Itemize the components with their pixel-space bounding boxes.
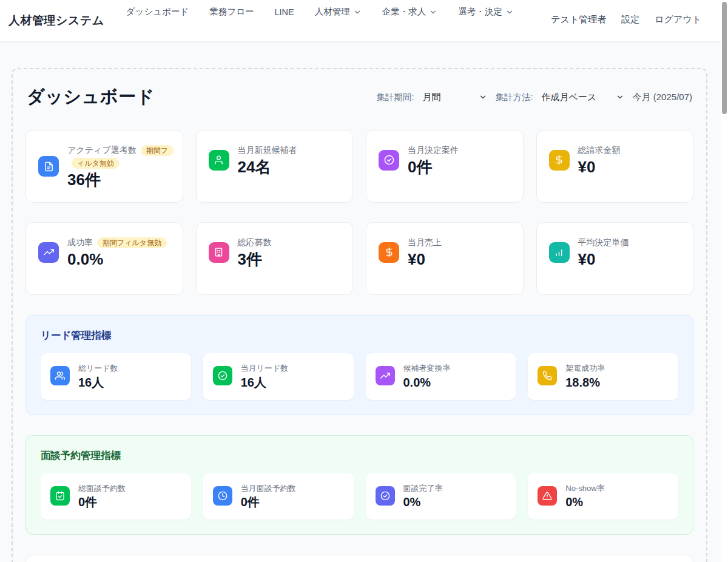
bar-chart-icon xyxy=(554,247,564,257)
stat-label: 架電成功率 xyxy=(565,362,605,374)
users-icon-box xyxy=(50,366,70,385)
alert-triangle-icon-box xyxy=(538,486,557,506)
stat-label: No-show率 xyxy=(565,482,604,495)
trending-up-icon-box xyxy=(376,366,395,385)
trending-up-icon xyxy=(44,247,54,257)
trending-up-icon-box xyxy=(38,242,59,263)
building-icon xyxy=(214,247,224,257)
stat-value: 36件 xyxy=(67,171,170,189)
scrollbar-thumb[interactable] xyxy=(722,2,727,114)
chevron-down-icon xyxy=(505,8,514,16)
page-title: ダッシュボード xyxy=(27,85,155,109)
stat-card: 総応募数3件 xyxy=(196,222,354,295)
stat-value: 16人 xyxy=(78,376,118,390)
stat-label: 総面談予約数 xyxy=(78,482,126,495)
phone-icon xyxy=(542,371,552,381)
interview-metrics-grid: 総面談予約数0件当月面談予約数0件面談完了率0%No-show率0% xyxy=(41,473,678,520)
stat-label: 当月リード数 xyxy=(241,362,289,374)
chevron-down-icon xyxy=(353,8,362,16)
logout-link[interactable]: ログアウト xyxy=(655,14,701,25)
check-circle-icon-box xyxy=(376,486,395,506)
nav-item-4[interactable]: 人材管理 xyxy=(315,6,362,18)
interview-section-title: 面談予約管理指標 xyxy=(41,449,678,462)
stat-value: 0.0% xyxy=(67,251,167,269)
clock-icon-box xyxy=(213,486,232,506)
app-logo[interactable]: 人材管理システム xyxy=(8,13,104,29)
stat-card: 当月新規候補者24名 xyxy=(196,130,354,203)
user-icon-box xyxy=(209,150,229,171)
nav-item-label: 選考・決定 xyxy=(458,6,502,18)
stat-value: 3件 xyxy=(238,251,272,269)
nav-item-label: ダッシュボード xyxy=(126,6,189,18)
alert-triangle-icon xyxy=(542,491,552,501)
interview-metrics-section: 面談予約管理指標 総面談予約数0件当月面談予約数0件面談完了率0%No-show… xyxy=(25,435,693,535)
method-filter-label: 集計方法: xyxy=(496,92,533,103)
stat-label: 当月決定案件 xyxy=(408,144,459,157)
nav-item-2[interactable]: 業務フロー xyxy=(209,6,254,18)
stat-card: 架電成功率18.8% xyxy=(528,353,678,400)
header-right: テスト管理者 設定 ログアウト xyxy=(551,14,701,25)
stat-value: 18.8% xyxy=(565,376,605,390)
period-select-value: 月間 xyxy=(423,92,441,103)
lead-metrics-grid: 総リード数16人当月リード数16人候補者変換率0.0%架電成功率18.8% xyxy=(41,353,678,400)
phone-icon-box xyxy=(538,366,557,385)
stat-card: 候補者変換率0.0% xyxy=(366,353,516,400)
stat-card: 総面談予約数0件 xyxy=(41,473,191,520)
stat-value: ¥0 xyxy=(578,158,621,177)
settings-link[interactable]: 設定 xyxy=(621,14,639,25)
period-select[interactable]: 月間 xyxy=(423,92,487,103)
user-icon xyxy=(214,155,224,165)
stat-value: 0件 xyxy=(241,495,296,509)
check-circle-icon xyxy=(384,155,394,165)
method-select-value: 作成月ベース xyxy=(542,92,597,103)
clock-icon xyxy=(218,491,228,501)
dashboard-filters: 集計期間: 月間 集計方法: 作成月ベース 今月 (2025/07) xyxy=(377,92,692,103)
building-icon-box xyxy=(209,242,229,263)
dollar-icon xyxy=(554,155,564,165)
nav-item-5[interactable]: 企業・求人 xyxy=(382,6,438,18)
nav-item-1[interactable]: ダッシュボード xyxy=(126,6,189,18)
stat-value: 0% xyxy=(403,495,443,509)
stat-label: 総請求金額 xyxy=(578,144,621,157)
lead-metrics-section: リード管理指標 総リード数16人当月リード数16人候補者変換率0.0%架電成功率… xyxy=(25,315,693,415)
nav-item-label: 企業・求人 xyxy=(382,6,426,18)
dollar-icon-box xyxy=(379,242,399,263)
stat-card: 平均決定単価¥0 xyxy=(536,222,694,295)
app-header: 人材管理システム ダッシュボード業務フローLINE人材管理企業・求人選考・決定 … xyxy=(0,0,728,41)
chevron-down-icon xyxy=(479,93,487,101)
check-circle-icon xyxy=(218,371,228,381)
next-section-card xyxy=(25,555,693,562)
current-user-name: テスト管理者 xyxy=(551,14,606,25)
stat-label: 平均決定単価 xyxy=(578,236,629,249)
check-circle-icon xyxy=(380,491,390,501)
stat-label: 当月売上 xyxy=(408,236,442,249)
dashboard-title-row: ダッシュボード 集計期間: 月間 集計方法: 作成月ベース 今月 (2025/0… xyxy=(25,85,693,109)
stat-card: 総請求金額¥0 xyxy=(536,130,694,203)
stat-value: ¥0 xyxy=(408,251,442,269)
stat-value: 0% xyxy=(565,495,604,509)
stat-label: 候補者変換率 xyxy=(403,362,451,374)
current-period-label: 今月 (2025/07) xyxy=(633,92,692,103)
stats-grid: アクティブ選考数期間フィルタ無効36件当月新規候補者24名当月決定案件0件総請求… xyxy=(25,130,693,295)
chevron-down-icon xyxy=(429,8,437,16)
stat-label: 面談完了率 xyxy=(403,482,443,495)
stat-value: 0件 xyxy=(408,158,459,177)
dollar-icon-box xyxy=(549,150,570,171)
stat-label: 総リード数 xyxy=(78,362,118,374)
dollar-icon xyxy=(384,247,394,257)
stat-card: No-show率0% xyxy=(528,473,678,520)
stat-card: 当月決定案件0件 xyxy=(366,130,524,203)
file-text-icon-box xyxy=(38,156,59,177)
calendar-icon xyxy=(55,491,65,501)
method-select[interactable]: 作成月ベース xyxy=(542,92,624,103)
nav-item-6[interactable]: 選考・決定 xyxy=(458,6,514,18)
users-icon xyxy=(55,371,65,381)
check-circle-icon-box xyxy=(213,366,232,385)
stat-label: アクティブ選考数期間フィルタ無効 xyxy=(67,144,170,169)
stat-label: 成功率期間フィルタ無効 xyxy=(67,236,167,249)
nav-item-label: 人材管理 xyxy=(315,6,350,18)
lead-section-title: リード管理指標 xyxy=(41,329,678,342)
nav-item-3[interactable]: LINE xyxy=(275,6,294,18)
stat-value: 24名 xyxy=(238,158,297,177)
trending-up-icon xyxy=(380,371,390,381)
